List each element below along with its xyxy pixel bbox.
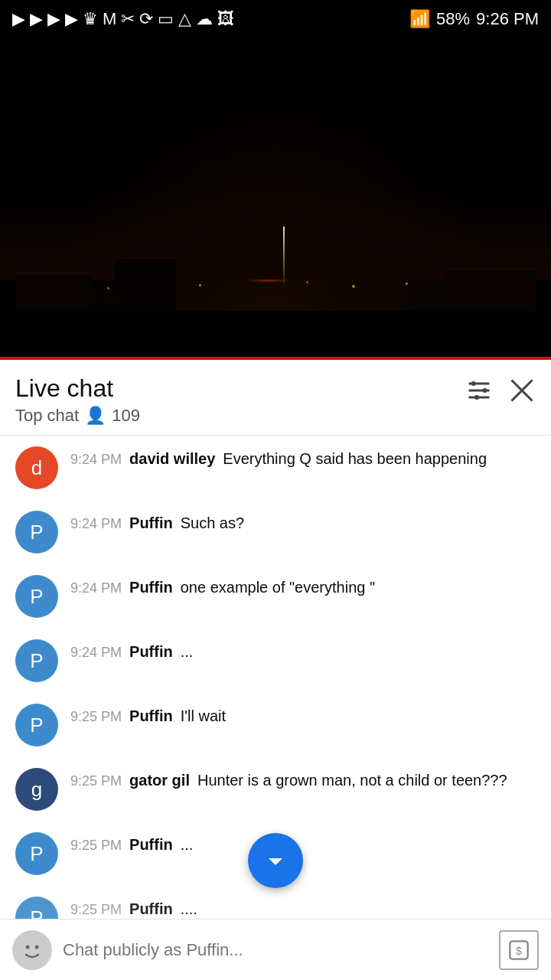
message-time: 9:25 PM (70, 838, 122, 854)
chat-input-bar: $ (0, 919, 551, 980)
viewer-count: 109 (112, 406, 140, 426)
message-author: Puffin (129, 900, 173, 918)
time-display: 9:26 PM (476, 9, 539, 29)
app-icon-1: ▶ (12, 9, 25, 29)
message-time: 9:25 PM (70, 773, 122, 789)
live-chat-header: Live chat Top chat 👤 109 (0, 360, 551, 426)
message-text: Such as? (181, 512, 244, 534)
app-icon-4: ▶ (65, 9, 78, 29)
video-content (0, 38, 551, 357)
svg-point-8 (18, 936, 46, 964)
message-author: Puffin (129, 836, 173, 854)
live-chat-title: Live chat (15, 374, 140, 403)
message-text: ... (181, 641, 194, 662)
message-text: one example of "everything " (181, 577, 375, 598)
svg-point-4 (483, 388, 487, 393)
message-time: 9:24 PM (70, 516, 122, 532)
status-bar: ▶ ▶ ▶ ▶ ♛ M ✂ ⟳ ▭ △ ☁ 🖼 📶 58% 9:26 PM (0, 0, 551, 38)
message-content: 9:25 PM Puffin .... (70, 897, 536, 920)
chat-text-input[interactable] (63, 940, 488, 960)
status-icons: ▶ ▶ ▶ ▶ ♛ M ✂ ⟳ ▭ △ ☁ 🖼 (12, 9, 234, 29)
message-meta: 9:25 PM Puffin .... (70, 897, 536, 920)
message-author: Puffin (129, 514, 173, 532)
filter-button[interactable] (465, 377, 493, 411)
list-item: g 9:25 PM gator gil Hunter is a grown ma… (0, 757, 551, 822)
app-icon-9: ▭ (158, 9, 174, 29)
message-meta: 9:25 PM gator gil Hunter is a grown man,… (70, 768, 536, 791)
avatar: g (15, 768, 58, 811)
message-content: 9:25 PM Puffin I'll wait (70, 704, 536, 727)
message-content: 9:24 PM Puffin Such as? (70, 511, 536, 534)
app-icon-3: ▶ (47, 9, 60, 29)
message-author: Puffin (129, 579, 173, 596)
battery-text: 58% (436, 9, 470, 29)
message-content: 9:24 PM Puffin one example of "everythin… (70, 575, 536, 598)
message-text: Everything Q said has been happening (223, 448, 487, 469)
message-text: Hunter is a grown man, not a child or te… (197, 769, 507, 791)
list-item: P 9:24 PM Puffin one example of "everyth… (0, 564, 551, 629)
app-icon-11: ☁ (196, 9, 213, 29)
list-item: P 9:25 PM Puffin I'll wait (0, 693, 551, 757)
svg-point-9 (26, 945, 30, 949)
close-button[interactable] (508, 377, 536, 411)
message-text: .... (181, 898, 197, 920)
message-content: 9:24 PM david willey Everything Q said h… (70, 446, 536, 469)
message-author: gator gil (129, 772, 190, 789)
message-meta: 9:24 PM david willey Everything Q said h… (70, 446, 536, 469)
message-meta: 9:24 PM Puffin ... (70, 639, 536, 662)
avatar: P (15, 832, 58, 875)
list-item: d 9:24 PM david willey Everything Q said… (0, 436, 551, 500)
avatar: d (15, 446, 58, 489)
message-content: 9:25 PM gator gil Hunter is a grown man,… (70, 768, 536, 791)
app-icon-10: △ (178, 9, 191, 29)
svg-text:$: $ (516, 944, 522, 956)
message-content: 9:25 PM Puffin ... (70, 832, 536, 855)
app-icon-5: ♛ (83, 9, 98, 29)
avatar: P (15, 575, 58, 618)
svg-point-5 (474, 395, 479, 400)
emoji-button[interactable] (12, 930, 52, 970)
top-chat-label[interactable]: Top chat (15, 406, 79, 426)
message-author: Puffin (129, 643, 173, 661)
avatar: P (15, 704, 58, 746)
message-meta: 9:25 PM Puffin ... (70, 832, 536, 855)
avatar: P (15, 639, 58, 682)
list-item: P 9:24 PM Puffin ... (0, 629, 551, 693)
message-time: 9:24 PM (70, 580, 122, 596)
message-text: ... (181, 834, 194, 855)
app-icon-2: ▶ (30, 9, 43, 29)
message-time: 9:25 PM (70, 709, 122, 725)
avatar: P (15, 511, 58, 554)
status-indicators: 📶 58% 9:26 PM (409, 9, 539, 29)
svg-point-3 (471, 381, 476, 386)
list-item: P 9:24 PM Puffin Such as? (0, 500, 551, 564)
app-icon-12: 🖼 (217, 9, 234, 29)
header-actions (465, 377, 536, 411)
chat-messages-list: d 9:24 PM david willey Everything Q said… (0, 436, 551, 980)
people-icon: 👤 (85, 406, 106, 426)
message-meta: 9:24 PM Puffin one example of "everythin… (70, 575, 536, 598)
wifi-icon: 📶 (409, 9, 430, 29)
message-time: 9:24 PM (70, 645, 122, 661)
message-author: Puffin (129, 707, 173, 725)
message-meta: 9:24 PM Puffin Such as? (70, 511, 536, 534)
message-meta: 9:25 PM Puffin I'll wait (70, 704, 536, 727)
svg-point-10 (35, 945, 39, 949)
live-chat-title-block: Live chat Top chat 👤 109 (15, 374, 140, 426)
app-icon-8: ⟳ (139, 9, 153, 29)
live-chat-subtitle: Top chat 👤 109 (15, 406, 140, 426)
video-player[interactable] (0, 38, 551, 360)
send-button[interactable]: $ (499, 930, 539, 970)
message-time: 9:25 PM (70, 902, 122, 918)
message-text: I'll wait (181, 705, 226, 727)
app-icon-7: ✂ (121, 9, 135, 29)
message-content: 9:24 PM Puffin ... (70, 639, 536, 662)
message-time: 9:24 PM (70, 452, 122, 468)
app-icon-6: M (103, 9, 116, 29)
message-author: david willey (129, 450, 215, 468)
scroll-to-bottom-button[interactable] (248, 833, 303, 888)
